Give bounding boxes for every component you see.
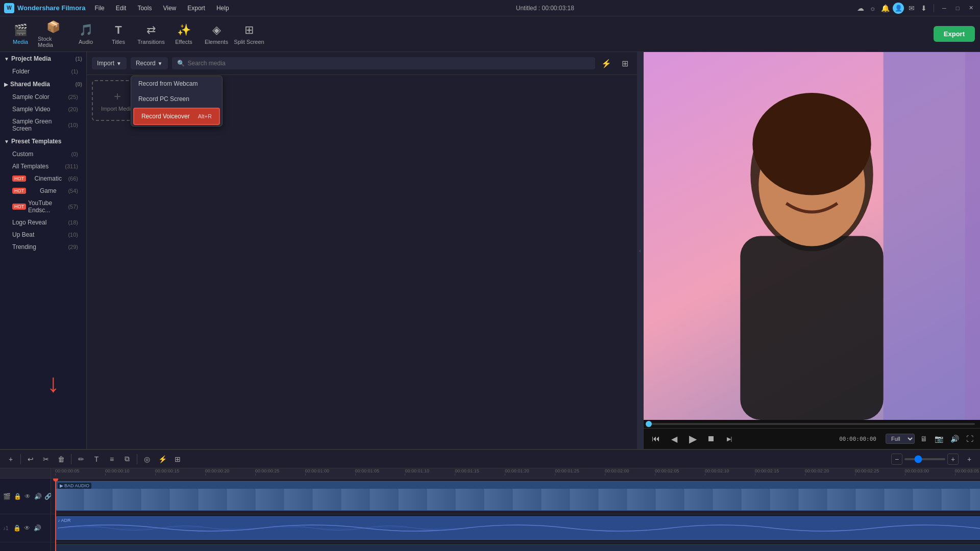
titlebar-right: ☁ ☼ 🔔 👤 ✉ ⬇ ─ □ ✕ [856,3,976,14]
track1-lock-button[interactable]: 🔒 [12,523,21,533]
svg-rect-4 [740,236,883,420]
text-button[interactable]: T [90,453,103,466]
close-button[interactable]: ✕ [966,3,976,13]
maximize-button[interactable]: □ [952,3,963,13]
zoom-out-button[interactable]: − [891,454,902,465]
track1-mute-button[interactable]: 🔊 [33,523,42,533]
zoom-slider[interactable] [904,458,945,460]
panel-item-all-templates[interactable]: All Templates (311) [0,160,86,172]
tool-split-screen[interactable]: ⊞ Split Screen [234,19,264,49]
collapse-handle[interactable]: ‹ [637,52,643,449]
panel-item-custom[interactable]: Custom (0) [0,148,86,160]
panel-item-game[interactable]: HOT Game (54) [0,185,86,197]
import-button[interactable]: Import ▼ [92,57,127,69]
panel-item-folder[interactable]: Folder (1) [0,65,86,78]
panel-item-sample-color[interactable]: Sample Color (25) [0,91,86,103]
menu-edit[interactable]: Edit [111,3,132,14]
panel-item-up-beat[interactable]: Up Beat (10) [0,229,86,241]
filter-icon[interactable]: ⚡ [599,56,614,70]
track-1-num: ♪1 [3,525,10,531]
shared-media-header[interactable]: ▶ Shared Media (0) [0,78,86,91]
preset-templates-header[interactable]: ▼ Preset Templates [0,135,86,148]
stop-button[interactable]: ⏹ [704,432,718,446]
playhead[interactable] [55,479,56,551]
track-eye-button[interactable]: 👁 [23,492,32,501]
add-track-button[interactable]: + [4,453,17,466]
clip-button[interactable]: ⧉ [120,453,134,466]
user-icon[interactable]: 👤 [893,3,904,14]
up-beat-count: (10) [68,232,78,238]
menu-view[interactable]: View [158,3,181,14]
panel-item-sample-video[interactable]: Sample Video (20) [0,103,86,115]
tool-titles[interactable]: T Titles [103,19,134,49]
record-webcam-item[interactable]: Record from Webcam [131,76,222,91]
menu-tools[interactable]: Tools [132,3,157,14]
delete-button[interactable]: 🗑 [55,453,68,466]
bell-icon[interactable]: 🔔 [880,4,890,13]
titles-label: Titles [112,39,125,45]
project-media-header[interactable]: ▼ Project Media (1) [0,52,86,65]
menu-help[interactable]: Help [211,3,234,14]
split-button[interactable]: ⚡ [156,453,169,466]
record-pc-screen-item[interactable]: Record PC Screen [131,91,222,107]
tool-effects[interactable]: ✨ Effects [168,19,199,49]
preview-progress-bar[interactable] [644,420,980,428]
download-icon[interactable]: ⬇ [919,4,928,13]
audio-clip-1[interactable]: ♪ ADR [55,516,980,540]
sun-icon[interactable]: ☼ [868,4,877,13]
undo-button[interactable]: ↩ [24,453,37,466]
all-templates-label: All Templates [12,163,48,170]
progress-bar-container[interactable] [649,423,975,425]
volume-icon[interactable]: 🔊 [949,433,961,444]
panel-item-sample-green-screen[interactable]: Sample Green Screen (10) [0,115,86,135]
tool-transitions[interactable]: ⇄ Transitions [136,19,166,49]
grid-icon[interactable]: ⊞ [618,56,632,70]
tool-media[interactable]: 🎬 Media [5,19,36,49]
import-chevron-icon: ▼ [116,61,121,66]
audio-clip-2[interactable] [55,544,980,551]
transform-button[interactable]: ⊞ [171,453,184,466]
prev-frame-button[interactable]: ◀ [667,432,681,446]
record-voiceover-shortcut: Alt+R [198,113,212,119]
record-button[interactable]: Record ▼ Record from Webcam Record PC Sc… [131,57,168,69]
arrow-icon: ▶ [4,82,8,87]
preview-panel: ⏮ ◀ ▶ ⏹ ▶| 00:00:00:00 Full 50% 75% 🖥 📷 … [643,52,980,449]
add-button-right[interactable]: + [963,453,976,466]
game-label: Game [40,187,57,194]
video-clip[interactable]: ▶ BAD AUDIO [55,481,980,511]
tool-stock-media[interactable]: 📦 Stock Media [38,19,68,49]
zoom-in-button[interactable]: + [947,454,959,465]
record-voiceover-item[interactable]: Record Voiceover Alt+R [133,108,220,125]
tool-audio[interactable]: 🎵 Audio [70,19,101,49]
menu-export[interactable]: Export [182,3,210,14]
align-button[interactable]: ≡ [105,453,118,466]
cloud-icon[interactable]: ☁ [856,4,865,13]
panel-item-youtube[interactable]: HOT YouTube Endsc... (57) [0,197,86,216]
track-mute-button[interactable]: 🔊 [33,492,42,501]
play-button[interactable]: ▶ [685,432,700,446]
panel-item-cinematic[interactable]: HOT Cinematic (66) [0,172,86,185]
export-button[interactable]: Export [934,26,975,42]
next-frame-button[interactable]: ▶| [722,432,737,446]
tool-elements[interactable]: ◈ Elements [201,19,232,49]
expand-icon[interactable]: ⛶ [965,433,975,444]
screen-icon[interactable]: 🖥 [919,433,929,444]
project-media-label: Project Media [11,55,51,62]
mail-icon[interactable]: ✉ [907,4,916,13]
cut-button[interactable]: ✂ [39,453,53,466]
track-lock-button[interactable]: 🔒 [13,492,22,501]
timeline-content[interactable]: 00:00:00:0500:00:00:1000:00:00:1500:00:0… [51,468,980,551]
minimize-button[interactable]: ─ [939,3,949,13]
skip-back-button[interactable]: ⏮ [649,432,663,446]
track1-eye-button[interactable]: 👁 [22,523,32,533]
panel-item-logo-reveal[interactable]: Logo Reveal (18) [0,216,86,229]
panel-item-trending[interactable]: Trending (29) [0,241,86,253]
sample-green-count: (10) [68,122,78,128]
menu-file[interactable]: File [89,3,109,14]
draw-button[interactable]: ✏ [75,453,88,466]
snapshot-icon[interactable]: 📷 [933,433,945,444]
zoom-select[interactable]: Full 50% 75% [886,434,915,444]
main-toolbar: 🎬 Media 📦 Stock Media 🎵 Audio T Titles ⇄… [0,16,980,52]
motion-button[interactable]: ◎ [140,453,154,466]
search-input[interactable] [188,60,590,67]
